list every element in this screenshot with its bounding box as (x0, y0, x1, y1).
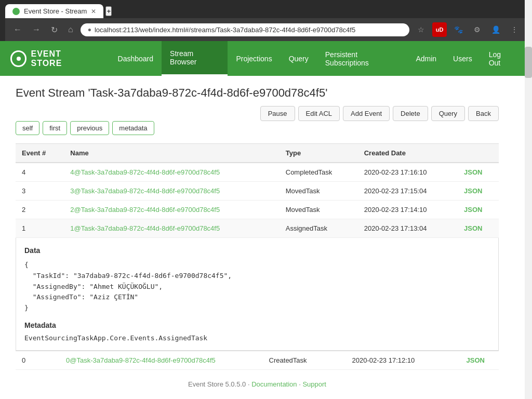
event-date: 2020-02-23 17:15:04 (358, 182, 458, 201)
json-link[interactable]: JSON (464, 206, 482, 214)
back-button[interactable]: ← (10, 24, 25, 35)
previous-link[interactable]: previous (70, 121, 109, 135)
main-nav: Dashboard Stream Browser Projections Que… (110, 41, 522, 76)
app-logo: EVENT STORE (10, 43, 94, 74)
json-link[interactable]: JSON (467, 356, 485, 364)
extension-icon-2[interactable]: 🐾 (451, 22, 466, 37)
nav-users[interactable]: Users (445, 46, 481, 71)
json-link[interactable]: JSON (464, 224, 482, 232)
scrollbar[interactable] (525, 0, 532, 399)
event-type: MovedTask (280, 182, 358, 201)
table-row: 2 2@Task-3a7daba9-872c-4f4d-8d6f-e9700d7… (16, 201, 499, 219)
nav-query[interactable]: Query (281, 46, 317, 71)
nav-logout[interactable]: Log Out (481, 42, 522, 75)
col-created-date: Created Date (358, 144, 458, 163)
event-link[interactable]: 4@Task-3a7daba9-872c-4f4d-8d6f-e9700d78c… (70, 168, 220, 176)
extension-icon-4[interactable]: 👤 (488, 22, 503, 37)
nav-dashboard[interactable]: Dashboard (110, 46, 162, 71)
stream-nav-links: self first previous metadata (16, 121, 499, 135)
event-type: CompletedTask (280, 163, 358, 182)
metadata-heading: Metadata (24, 321, 490, 329)
browser-chrome: Event Store - Stream ✕ + ← → ↻ ⌂ ● local… (0, 0, 532, 41)
toolbar-icons: ☆ uD 🐾 ⚙ 👤 ⋮ (414, 22, 522, 37)
nav-stream-browser[interactable]: Stream Browser (162, 41, 228, 76)
refresh-button[interactable]: ↻ (48, 24, 61, 36)
data-content: { "TaskId": "3a7daba9-872c-4f4d-8d6f-e97… (24, 260, 490, 314)
extension-icon-1[interactable]: uD (432, 22, 447, 37)
footer-support-link[interactable]: Support (302, 380, 326, 388)
footer-docs-link[interactable]: Documentation (251, 380, 297, 388)
table-row-selected: 1 1@Task-3a7daba9-872c-4f4d-8d6f-e9700d7… (16, 219, 499, 238)
event-link[interactable]: 1@Task-3a7daba9-872c-4f4d-8d6f-e9700d78c… (70, 224, 220, 232)
first-link[interactable]: first (43, 121, 67, 135)
table-row: 4 4@Task-3a7daba9-872c-4f4d-8d6f-e9700d7… (16, 163, 499, 182)
url-text: localhost:2113/web/index.html#/streams/T… (95, 26, 402, 34)
lock-icon: ● (88, 26, 91, 33)
event-link[interactable]: 2@Task-3a7daba9-872c-4f4d-8d6f-e9700d78c… (70, 206, 220, 214)
data-heading: Data (24, 246, 490, 255)
bookmark-icon[interactable]: ☆ (414, 22, 428, 37)
tab-favicon (12, 8, 20, 15)
metadata-content: EventSourcingTaskApp.Core.Events.Assigne… (24, 334, 207, 342)
col-actions (458, 144, 499, 163)
address-bar[interactable]: ● localhost:2113/web/index.html#/streams… (81, 23, 409, 36)
metadata-section: Metadata EventSourcingTaskApp.Core.Event… (24, 321, 490, 342)
json-link[interactable]: JSON (464, 187, 482, 195)
table-row: 3 3@Task-3a7daba9-872c-4f4d-8d6f-e9700d7… (16, 182, 499, 201)
event-link[interactable]: 3@Task-3a7daba9-872c-4f4d-8d6f-e9700d78c… (70, 187, 220, 195)
app-nav: EVENT STORE Dashboard Stream Browser Pro… (0, 41, 532, 76)
main-content: Event Stream 'Task-3a7daba9-872c-4f4d-8d… (0, 76, 514, 399)
new-tab-button[interactable]: + (105, 6, 112, 16)
event-date: 2020-02-23 17:16:10 (358, 163, 458, 182)
edit-acl-button[interactable]: Edit ACL (298, 106, 340, 121)
menu-icon[interactable]: ⋮ (507, 22, 522, 37)
back-button[interactable]: Back (468, 106, 499, 121)
page-title: Event Stream 'Task-3a7daba9-872c-4f4d-8d… (16, 86, 499, 100)
logo-text: EVENT STORE (31, 49, 94, 68)
extension-icon-3[interactable]: ⚙ (470, 22, 484, 37)
event-json: JSON (458, 201, 499, 219)
event-json: JSON (460, 351, 499, 369)
event-type: CreatedTask (263, 351, 346, 369)
browser-toolbar: ← → ↻ ⌂ ● localhost:2113/web/index.html#… (5, 18, 527, 41)
event-num: 2 (16, 201, 64, 219)
page-header: Event Stream 'Task-3a7daba9-872c-4f4d-8d… (16, 86, 499, 121)
metadata-link[interactable]: metadata (112, 121, 154, 135)
scrollbar-thumb[interactable] (525, 47, 532, 78)
events-table-extra: 0 0@Task-3a7daba9-872c-4f4d-8d6f-e9700d7… (16, 351, 499, 370)
logo-circle (10, 50, 26, 67)
event-name: 0@Task-3a7daba9-872c-4f4d-8d6f-e9700d78c… (60, 351, 263, 369)
event-name: 4@Task-3a7daba9-872c-4f4d-8d6f-e9700d78c… (64, 163, 279, 182)
delete-button[interactable]: Delete (393, 106, 428, 121)
tab-close-button[interactable]: ✕ (91, 8, 96, 15)
query-button[interactable]: Query (431, 106, 465, 121)
json-link[interactable]: JSON (464, 168, 482, 176)
event-num: 3 (16, 182, 64, 201)
table-row: 0 0@Task-3a7daba9-872c-4f4d-8d6f-e9700d7… (16, 351, 499, 369)
add-event-button[interactable]: Add Event (343, 106, 390, 121)
event-date: 2020-02-23 17:12:10 (346, 351, 460, 369)
home-button[interactable]: ⌂ (65, 24, 76, 35)
data-panel: Data { "TaskId": "3a7daba9-872c-4f4d-8d6… (16, 238, 499, 351)
stream-id: Task-3a7daba9-872c-4f4d-8d6f-e9700d78c4f… (90, 86, 326, 99)
title-suffix: ' (325, 86, 327, 99)
events-table: Event # Name Type Created Date 4 4@Task-… (16, 143, 499, 238)
event-num: 0 (16, 351, 60, 369)
nav-projections[interactable]: Projections (228, 46, 280, 71)
col-type: Type (280, 144, 358, 163)
title-prefix: Event Stream ' (16, 86, 90, 99)
logo-dot (17, 57, 21, 61)
event-name: 2@Task-3a7daba9-872c-4f4d-8d6f-e9700d78c… (64, 201, 279, 219)
event-link[interactable]: 0@Task-3a7daba9-872c-4f4d-8d6f-e9700d78c… (66, 356, 216, 364)
self-link[interactable]: self (16, 121, 39, 135)
pause-button[interactable]: Pause (260, 106, 295, 121)
active-tab: Event Store - Stream ✕ (5, 4, 103, 18)
event-json: JSON (458, 219, 499, 238)
event-type: MovedTask (280, 201, 358, 219)
forward-button[interactable]: → (29, 24, 44, 35)
table-header-row: Event # Name Type Created Date (16, 144, 499, 163)
nav-persistent-subscriptions[interactable]: Persistent Subscriptions (317, 42, 408, 75)
nav-admin[interactable]: Admin (407, 46, 445, 71)
event-name: 1@Task-3a7daba9-872c-4f4d-8d6f-e9700d78c… (64, 219, 279, 238)
event-json: JSON (458, 163, 499, 182)
